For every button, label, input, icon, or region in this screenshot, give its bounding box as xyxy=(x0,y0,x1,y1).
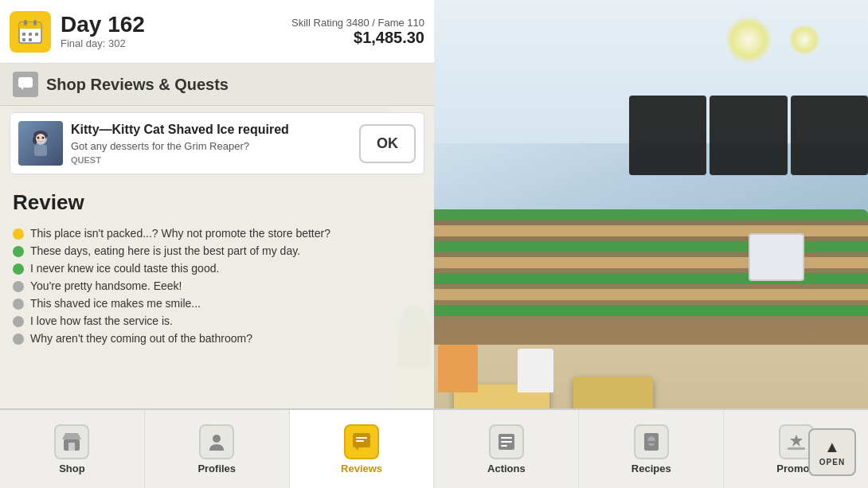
svg-point-20 xyxy=(213,435,221,443)
svg-rect-7 xyxy=(22,38,25,41)
profiles-icon xyxy=(199,424,234,459)
calendar-icon xyxy=(10,11,51,53)
ceiling-light-1 xyxy=(725,16,772,64)
bottom-navbar: Shop Profiles Reviews Actions Recipes Pr… xyxy=(0,408,868,488)
money-display: $1,485.30 xyxy=(291,29,424,47)
open-button[interactable]: ▲ OPEN xyxy=(808,428,856,476)
svg-rect-9 xyxy=(18,77,33,88)
nav-label-actions: Actions xyxy=(487,463,526,474)
open-label: OPEN xyxy=(819,458,845,467)
review-dot xyxy=(13,334,24,345)
cash-register xyxy=(749,233,804,281)
review-dot xyxy=(13,316,24,327)
review-text: I never knew ice could taste this good. xyxy=(30,262,219,275)
svg-rect-32 xyxy=(788,447,805,450)
menu-board-2 xyxy=(710,96,787,175)
actions-icon xyxy=(489,424,524,459)
day-title: Day 162 xyxy=(61,14,282,36)
review-dot xyxy=(13,228,24,240)
svg-point-16 xyxy=(37,137,40,139)
svg-rect-19 xyxy=(68,443,75,451)
review-item: This place isn't packed...? Why not prom… xyxy=(13,224,421,242)
svg-rect-2 xyxy=(24,20,27,25)
reviews-title: Shop Reviews & Quests xyxy=(46,76,229,94)
ok-button[interactable]: OK xyxy=(359,124,416,163)
chair-2 xyxy=(518,349,553,392)
chat-icon xyxy=(13,72,38,97)
recipes-icon xyxy=(634,424,669,459)
nav-label-shop: Shop xyxy=(59,463,85,474)
review-text: These days, eating here is just the best… xyxy=(30,244,300,257)
nav-item-recipes[interactable]: Recipes xyxy=(579,410,724,488)
quest-avatar xyxy=(18,121,63,166)
svg-rect-23 xyxy=(356,437,367,439)
svg-rect-12 xyxy=(34,145,47,156)
reviews-header: Shop Reviews & Quests xyxy=(0,64,434,106)
review-item: This shaved ice makes me smile... xyxy=(13,295,421,312)
quest-card: Kitty—Kitty Cat Shaved Ice required Got … xyxy=(10,112,424,174)
nav-item-shop[interactable]: Shop xyxy=(0,410,145,488)
svg-rect-27 xyxy=(501,441,512,443)
svg-rect-26 xyxy=(501,437,512,439)
review-heading: Review xyxy=(13,190,421,215)
svg-rect-4 xyxy=(22,33,25,36)
svg-rect-3 xyxy=(33,20,37,25)
reviews-icon xyxy=(344,424,379,459)
header-text: Day 162 Final day: 302 xyxy=(61,14,282,49)
nav-item-actions[interactable]: Actions xyxy=(434,410,579,488)
review-item: I love how fast the service is. xyxy=(13,312,421,330)
review-dot xyxy=(13,246,24,257)
nav-label-profiles: Profiles xyxy=(197,463,236,474)
nav-item-profiles[interactable]: Profiles xyxy=(145,410,290,488)
nav-label-recipes: Recipes xyxy=(631,463,671,474)
final-day: Final day: 302 xyxy=(61,37,282,49)
review-text: You're pretty handsome. Eeek! xyxy=(30,279,182,292)
nav-item-reviews[interactable]: Reviews xyxy=(290,410,435,488)
svg-rect-31 xyxy=(647,441,655,443)
quest-title: Kitty—Kitty Cat Shaved Ice required xyxy=(71,122,351,139)
menu-boards xyxy=(629,96,868,175)
svg-rect-5 xyxy=(29,33,32,36)
svg-rect-1 xyxy=(19,22,41,29)
review-text: This place isn't packed...? Why not prom… xyxy=(30,227,330,240)
review-item: Why aren't they coming out of the bathro… xyxy=(13,330,421,347)
svg-rect-8 xyxy=(29,38,32,41)
header-right: Skill Rating 3480 / Fame 110 $1,485.30 xyxy=(291,17,424,47)
svg-point-17 xyxy=(42,137,45,139)
review-list: This place isn't packed...? Why not prom… xyxy=(13,224,421,347)
quest-label: QUEST xyxy=(71,155,351,165)
review-item: You're pretty handsome. Eeek! xyxy=(13,277,421,295)
review-dot xyxy=(13,264,24,275)
review-text: This shaved ice makes me smile... xyxy=(30,297,201,310)
open-arrow-icon: ▲ xyxy=(824,438,840,456)
skill-rating: Skill Rating 3480 / Fame 110 xyxy=(291,17,424,29)
review-dot xyxy=(13,299,24,310)
left-panel: Day 162 Final day: 302 Skill Rating 3480… xyxy=(0,0,434,408)
nav-label-reviews: Reviews xyxy=(341,463,382,474)
svg-rect-6 xyxy=(35,33,38,36)
review-item: These days, eating here is just the best… xyxy=(13,242,421,260)
menu-board-3 xyxy=(791,96,868,175)
ceiling-light-2 xyxy=(788,24,820,56)
review-item: I never knew ice could taste this good. xyxy=(13,260,421,277)
review-dot xyxy=(13,281,24,292)
review-section: Review This place isn't packed...? Why n… xyxy=(0,181,434,408)
svg-rect-28 xyxy=(501,445,507,447)
svg-rect-24 xyxy=(356,440,364,442)
quest-subtitle: Got any desserts for the Grim Reaper? xyxy=(71,140,351,152)
chair-1 xyxy=(438,345,478,392)
review-text: I love how fast the service is. xyxy=(30,314,173,327)
svg-marker-22 xyxy=(355,447,358,451)
header: Day 162 Final day: 302 Skill Rating 3480… xyxy=(0,0,434,64)
menu-board-1 xyxy=(629,96,706,175)
review-text: Why aren't they coming out of the bathro… xyxy=(30,332,252,345)
quest-text: Kitty—Kitty Cat Shaved Ice required Got … xyxy=(71,122,351,165)
shop-icon xyxy=(54,424,89,459)
svg-marker-10 xyxy=(21,88,23,90)
